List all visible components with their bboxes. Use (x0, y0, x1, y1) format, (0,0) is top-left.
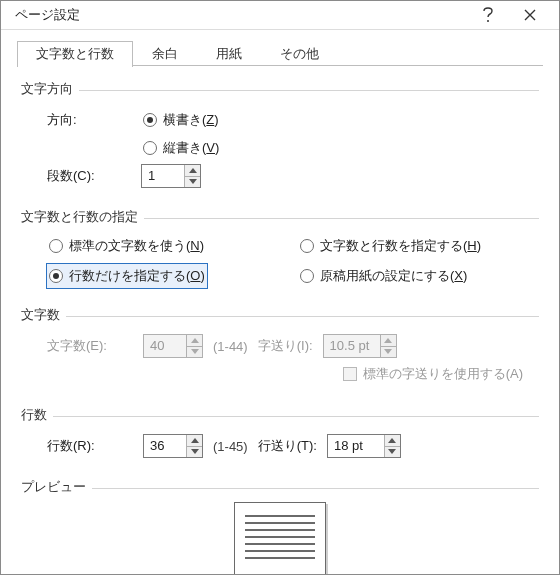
char-pitch-label: 字送り(I): (258, 337, 313, 355)
tab-content: 文字方向 方向: 横書き(Z) (17, 66, 543, 575)
chars-value: 40 (144, 335, 186, 357)
close-icon (524, 9, 536, 21)
radio-lines-only[interactable]: 行数だけを指定する(O) (47, 264, 207, 288)
window-title: ページ設定 (15, 6, 467, 24)
radio-icon (49, 239, 63, 253)
spin-down-icon (381, 346, 396, 358)
spin-up-icon[interactable] (385, 435, 400, 446)
page-setup-dialog: ページ設定 文字数と行数 余白 用紙 その他 文字方向 (0, 0, 560, 575)
orientation-label: 方向: (47, 111, 133, 129)
lines-spinner[interactable]: 36 (143, 434, 203, 458)
radio-icon (143, 113, 157, 127)
chars-legend: 文字数 (21, 306, 539, 324)
dialog-body: 文字数と行数 余白 用紙 その他 文字方向 方向: 横書き(Z) (1, 30, 559, 575)
spin-down-icon (187, 346, 202, 358)
char-pitch-spinner: 10.5 pt (323, 334, 397, 358)
checkbox-icon (343, 367, 357, 381)
preview-page-icon (234, 502, 326, 575)
columns-spinner[interactable]: 1 (141, 164, 201, 188)
preview-group: プレビュー (21, 478, 539, 575)
tab-paper[interactable]: 用紙 (197, 41, 261, 67)
radio-horizontal-label: 横書き(Z) (163, 111, 219, 129)
spin-up-icon[interactable] (187, 435, 202, 446)
preview-legend: プレビュー (21, 478, 539, 496)
lines-range: (1-45) (213, 439, 248, 454)
spin-down-icon[interactable] (385, 446, 400, 458)
default-pitch-checkbox: 標準の字送りを使用する(A) (343, 365, 523, 383)
close-button[interactable] (509, 1, 551, 29)
help-icon (482, 7, 494, 23)
chars-spinner: 40 (143, 334, 203, 358)
tab-chars-lines[interactable]: 文字数と行数 (17, 41, 133, 67)
tab-strip: 文字数と行数 余白 用紙 その他 (17, 40, 543, 66)
chars-group: 文字数 文字数(E): 40 (1-44) (21, 306, 539, 394)
radio-vertical-label: 縦書き(V) (163, 139, 219, 157)
lines-label: 行数(R): (47, 437, 133, 455)
char-pitch-value: 10.5 pt (324, 335, 380, 357)
direction-legend: 文字方向 (21, 80, 539, 98)
tab-other[interactable]: その他 (261, 41, 338, 67)
chars-range: (1-44) (213, 339, 248, 354)
radio-icon (300, 239, 314, 253)
radio-specify-both[interactable]: 文字数と行数を指定する(H) (298, 234, 483, 258)
line-pitch-value: 18 pt (328, 435, 384, 457)
line-pitch-label: 行送り(T): (258, 437, 317, 455)
line-pitch-spinner[interactable]: 18 pt (327, 434, 401, 458)
columns-label: 段数(C): (47, 167, 133, 185)
spin-up-icon (187, 335, 202, 346)
spin-up-icon (381, 335, 396, 346)
spin-down-icon[interactable] (187, 446, 202, 458)
lines-group: 行数 行数(R): 36 (1-45) (21, 406, 539, 466)
tab-margins[interactable]: 余白 (133, 41, 197, 67)
direction-group: 文字方向 方向: 横書き(Z) (21, 80, 539, 196)
chars-label: 文字数(E): (47, 337, 133, 355)
radio-default-chars[interactable]: 標準の文字数を使う(N) (47, 234, 206, 258)
radio-icon (143, 141, 157, 155)
spec-group: 文字数と行数の指定 標準の文字数を使う(N) 文字数と行数を指定する(H) (21, 208, 539, 294)
radio-vertical[interactable]: 縦書き(V) (141, 136, 221, 160)
radio-horizontal[interactable]: 横書き(Z) (141, 108, 221, 132)
radio-icon (300, 269, 314, 283)
radio-icon (49, 269, 63, 283)
lines-value: 36 (144, 435, 186, 457)
spin-down-icon[interactable] (185, 176, 200, 188)
columns-value: 1 (142, 165, 184, 187)
lines-legend: 行数 (21, 406, 539, 424)
radio-genko[interactable]: 原稿用紙の設定にする(X) (298, 264, 469, 288)
help-button[interactable] (467, 1, 509, 29)
spin-up-icon[interactable] (185, 165, 200, 176)
titlebar: ページ設定 (1, 1, 559, 30)
spec-legend: 文字数と行数の指定 (21, 208, 539, 226)
svg-point-0 (487, 20, 489, 22)
